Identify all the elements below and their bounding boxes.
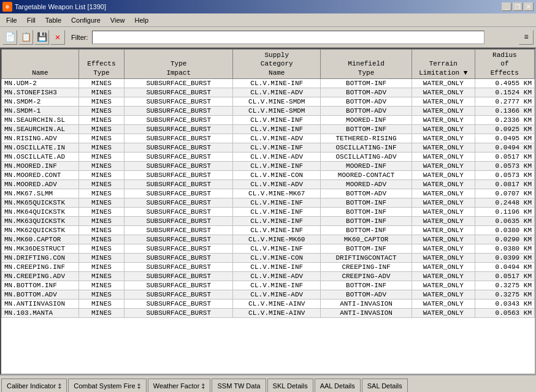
cell-name: MN.MK65QUICKSTK [2, 198, 79, 207]
table-row[interactable]: MN.SEAURCHIN.AL MINES SUBSURFACE_BURST C… [2, 124, 535, 134]
cell-radius-of-effects: 0.4955 KM [475, 78, 534, 88]
table-row[interactable]: MN.MK36DESTRUCT MINES SUBSURFACE_BURST C… [2, 244, 535, 253]
window-controls: _ ❐ ✕ [502, 2, 534, 11]
copy-button[interactable]: 📋 [18, 30, 33, 45]
table-row[interactable]: MN.BOTTOM.ADV MINES SUBSURFACE_BURST CL.… [2, 290, 535, 299]
cell-effects-type: MINES [78, 262, 124, 271]
cell-terrain-limitation: WATER_ONLY [412, 134, 475, 143]
cell-minefield-type: ANTI-INVASION [321, 299, 412, 308]
table-row[interactable]: MN.MK63QUICKSTK MINES SUBSURFACE_BURST C… [2, 216, 535, 225]
cell-terrain-limitation: WATER_ONLY [412, 124, 475, 134]
columns-button[interactable]: ≡ [519, 30, 534, 45]
cell-radius-of-effects: 0.0380 KM [475, 244, 534, 253]
save-button[interactable]: 💾 [34, 30, 49, 45]
cell-type-impact: SUBSURFACE_BURST [124, 262, 233, 271]
cell-radius-of-effects: 0.0494 KM [475, 143, 534, 152]
col-header-effects-type[interactable]: EffectsType [78, 50, 124, 79]
cell-type-impact: SUBSURFACE_BURST [124, 124, 233, 134]
title-bar: ⊕ Targetable Weapon List [1390] _ ❐ ✕ [0, 0, 536, 13]
table-row[interactable]: MN.MOORED.CONT MINES SUBSURFACE_BURST CL… [2, 170, 535, 179]
cell-terrain-limitation: WATER_ONLY [412, 244, 475, 253]
cell-type-impact: SUBSURFACE_BURST [124, 299, 233, 308]
cell-name: MN.BOTTOM.ADV [2, 290, 79, 299]
table-row[interactable]: MN.BOTTOM.INF MINES SUBSURFACE_BURST CL.… [2, 281, 535, 290]
menu-table[interactable]: Table [40, 15, 66, 25]
cell-name: MN.SMDM-2 [2, 97, 79, 106]
cell-effects-type: MINES [78, 225, 124, 235]
cell-radius-of-effects: 0.0573 KM [475, 170, 534, 179]
cell-name: MN.SEAURCHIN.AL [2, 124, 79, 134]
cell-supply-category: CL.V.MINE-ADV [233, 290, 321, 299]
table-row[interactable]: MN.CREEPING.ADV MINES SUBSURFACE_BURST C… [2, 271, 535, 281]
cell-effects-type: MINES [78, 308, 124, 317]
cell-terrain-limitation: WATER_ONLY [412, 179, 475, 189]
col-header-terrain-limitation[interactable]: TerrainLimitation ▼ [412, 50, 475, 79]
cell-minefield-type: OSCILLATING-ADV [321, 152, 412, 161]
tab-caliber-indicator[interactable]: Caliber Indicator ‡ [1, 379, 67, 392]
table-row[interactable]: MN.SEAURCHIN.SL MINES SUBSURFACE_BURST C… [2, 115, 535, 124]
cell-radius-of-effects: 0.0290 KM [475, 235, 534, 244]
menu-fill[interactable]: Fill [22, 15, 40, 25]
tab-weather-factor[interactable]: Weather Factor ‡ [148, 379, 211, 392]
delete-button[interactable]: ✕ [50, 30, 65, 45]
cell-type-impact: SUBSURFACE_BURST [124, 225, 233, 235]
filter-input[interactable] [92, 31, 484, 44]
table-row[interactable]: MN.MOORED.ADV MINES SUBSURFACE_BURST CL.… [2, 179, 535, 189]
restore-button[interactable]: ❐ [513, 2, 523, 11]
table-row[interactable]: MN.CREEPING.INF MINES SUBSURFACE_BURST C… [2, 262, 535, 271]
tab-sal-details[interactable]: SAL Details [362, 379, 408, 392]
table-row[interactable]: MN.UDM-2 MINES SUBSURFACE_BURST CL.V.MIN… [2, 78, 535, 88]
cell-radius-of-effects: 0.0635 KM [475, 216, 534, 225]
table-row[interactable]: MN.MK64QUICKSTK MINES SUBSURFACE_BURST C… [2, 207, 535, 216]
cell-radius-of-effects: 0.2448 KM [475, 198, 534, 207]
cell-minefield-type: OSCILLATING-INF [321, 143, 412, 152]
cell-terrain-limitation: WATER_ONLY [412, 78, 475, 88]
table-row[interactable]: MN.ANTIINVASION MINES SUBSURFACE_BURST C… [2, 299, 535, 308]
cell-name: MN.MK62QUICKSTK [2, 225, 79, 235]
minimize-button[interactable]: _ [502, 2, 511, 11]
table-row[interactable]: MN.MK60.CAPTOR MINES SUBSURFACE_BURST CL… [2, 235, 535, 244]
cell-minefield-type: MOORED-CONTACT [321, 170, 412, 179]
cell-name: MN.UDM-2 [2, 78, 79, 88]
table-row[interactable]: MN.OSCILLATE.IN MINES SUBSURFACE_BURST C… [2, 143, 535, 152]
tab-aal-details[interactable]: AAL Details [315, 379, 361, 392]
cell-effects-type: MINES [78, 198, 124, 207]
cell-radius-of-effects: 0.0399 KM [475, 253, 534, 262]
table-row[interactable]: MN.MOORED.INF MINES SUBSURFACE_BURST CL.… [2, 161, 535, 170]
table-row[interactable]: MN.DRIFTING.CON MINES SUBSURFACE_BURST C… [2, 253, 535, 262]
col-header-minefield-type[interactable]: MinefieldType [321, 50, 412, 79]
close-button[interactable]: ✕ [524, 2, 534, 11]
new-button[interactable]: 📄 [2, 30, 17, 45]
cell-type-impact: SUBSURFACE_BURST [124, 161, 233, 170]
cell-terrain-limitation: WATER_ONLY [412, 189, 475, 198]
col-header-supply-category[interactable]: SupplyCategoryName [233, 50, 321, 79]
cell-type-impact: SUBSURFACE_BURST [124, 216, 233, 225]
tab-ssm-tw-data[interactable]: SSM TW Data [212, 379, 266, 392]
tab-skl-details[interactable]: SKL Details [267, 379, 313, 392]
filter-label: Filter: [71, 34, 88, 41]
table-scroll[interactable]: Name EffectsType TypeImpact SupplyCatego… [1, 49, 535, 374]
tab-combat-system-fire[interactable]: Combat System Fire ‡ [68, 379, 146, 392]
table-row[interactable]: MN.MK62QUICKSTK MINES SUBSURFACE_BURST C… [2, 225, 535, 235]
table-row[interactable]: MN.MK67.SLMM MINES SUBSURFACE_BURST CL.V… [2, 189, 535, 198]
col-header-radius-of-effects[interactable]: RadiusofEffects [475, 50, 534, 79]
menu-help[interactable]: Help [129, 15, 153, 25]
cell-name: MN.OSCILLATE.AD [2, 152, 79, 161]
table-row[interactable]: MN.RISING.ADV MINES SUBSURFACE_BURST CL.… [2, 134, 535, 143]
table-row[interactable]: MN.MK65QUICKSTK MINES SUBSURFACE_BURST C… [2, 198, 535, 207]
table-row[interactable]: MN.STONEFISH3 MINES SUBSURFACE_BURST CL.… [2, 88, 535, 97]
menu-view[interactable]: View [105, 15, 130, 25]
table-row[interactable]: MN.SMDM-1 MINES SUBSURFACE_BURST CL.V.MI… [2, 106, 535, 115]
col-header-name[interactable]: Name [2, 50, 79, 79]
table-row[interactable]: MN.SMDM-2 MINES SUBSURFACE_BURST CL.V.MI… [2, 97, 535, 106]
cell-minefield-type: MOORED-INF [321, 115, 412, 124]
cell-radius-of-effects: 0.0494 KM [475, 262, 534, 271]
cell-effects-type: MINES [78, 134, 124, 143]
cell-effects-type: MINES [78, 281, 124, 290]
menu-configure[interactable]: Configure [66, 15, 105, 25]
table-row[interactable]: MN.103.MANTA MINES SUBSURFACE_BURST CL.V… [2, 308, 535, 317]
col-header-type-impact[interactable]: TypeImpact [124, 50, 233, 79]
menu-file[interactable]: File [1, 15, 22, 25]
table-row[interactable]: MN.OSCILLATE.AD MINES SUBSURFACE_BURST C… [2, 152, 535, 161]
cell-minefield-type: BOTTOM-INF [321, 225, 412, 235]
